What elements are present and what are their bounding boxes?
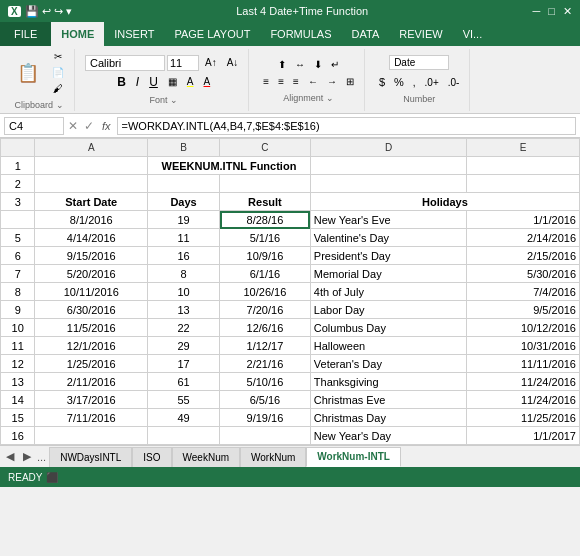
indent-inc-btn[interactable]: → xyxy=(323,74,341,89)
restore-btn[interactable]: □ xyxy=(548,5,555,18)
cell-c2[interactable] xyxy=(220,175,311,193)
cell-b3[interactable]: Days xyxy=(148,193,220,211)
bold-button[interactable]: B xyxy=(113,73,130,91)
cell-c5[interactable]: 5/1/16 xyxy=(220,229,311,247)
tab-data[interactable]: DATA xyxy=(342,22,390,46)
cell-b5[interactable]: 11 xyxy=(148,229,220,247)
cell-a5[interactable]: 4/14/2016 xyxy=(35,229,148,247)
col-header-a[interactable]: A xyxy=(35,139,148,157)
cell-c6[interactable]: 10/9/16 xyxy=(220,247,311,265)
align-middle-btn[interactable]: ↔ xyxy=(291,57,309,72)
dec-dec-btn[interactable]: .0- xyxy=(444,75,464,90)
cell-a16[interactable] xyxy=(35,427,148,445)
cell-c12[interactable]: 2/21/16 xyxy=(220,355,311,373)
cell-e12[interactable]: 11/11/2016 xyxy=(467,355,580,373)
cell-e5[interactable]: 2/14/2016 xyxy=(467,229,580,247)
format-painter-button[interactable]: 🖌 xyxy=(48,81,68,96)
cell-a13[interactable]: 2/11/2016 xyxy=(35,373,148,391)
cell-c11[interactable]: 1/12/17 xyxy=(220,337,311,355)
cell-d11[interactable]: Halloween xyxy=(310,337,466,355)
cell-d5[interactable]: Valentine's Day xyxy=(310,229,466,247)
cell-d9[interactable]: Labor Day xyxy=(310,301,466,319)
sheet-nav-right[interactable]: ▶ xyxy=(20,450,34,463)
tab-view[interactable]: VI... xyxy=(453,22,493,46)
cell-e1[interactable] xyxy=(467,157,580,175)
cell-e7[interactable]: 5/30/2016 xyxy=(467,265,580,283)
font-size-input[interactable] xyxy=(167,55,199,71)
cell-d4[interactable]: New Year's Eve xyxy=(310,211,466,229)
col-header-e[interactable]: E xyxy=(467,139,580,157)
indent-dec-btn[interactable]: ← xyxy=(304,74,322,89)
cell-a1[interactable] xyxy=(35,157,148,175)
cell-b14[interactable]: 55 xyxy=(148,391,220,409)
font-name-input[interactable] xyxy=(85,55,165,71)
cell-b12[interactable]: 17 xyxy=(148,355,220,373)
tab-review[interactable]: REVIEW xyxy=(389,22,452,46)
cell-d16[interactable]: New Year's Day xyxy=(310,427,466,445)
cell-c4[interactable]: 8/28/16 xyxy=(220,211,311,229)
font-color-button[interactable]: A xyxy=(200,74,215,89)
cell-e4[interactable]: 1/1/2016 xyxy=(467,211,580,229)
cell-b15[interactable]: 49 xyxy=(148,409,220,427)
sheet-tab-worknumintl[interactable]: WorkNum-INTL xyxy=(306,447,401,467)
cell-e11[interactable]: 10/31/2016 xyxy=(467,337,580,355)
cell-b11[interactable]: 29 xyxy=(148,337,220,355)
sheet-add-btn[interactable]: ... xyxy=(34,451,49,463)
comma-btn[interactable]: , xyxy=(409,75,420,90)
confirm-icon[interactable]: ✓ xyxy=(82,119,96,133)
cell-a10[interactable]: 11/5/2016 xyxy=(35,319,148,337)
wrap-text-btn[interactable]: ↵ xyxy=(327,57,343,72)
sheet-tab-iso[interactable]: ISO xyxy=(132,447,171,467)
cell-d2[interactable] xyxy=(310,175,466,193)
decrease-font-btn[interactable]: A↓ xyxy=(223,55,243,70)
cell-c13[interactable]: 5/10/16 xyxy=(220,373,311,391)
cell-a7[interactable]: 5/20/2016 xyxy=(35,265,148,283)
cell-a12[interactable]: 1/25/2016 xyxy=(35,355,148,373)
underline-button[interactable]: U xyxy=(145,73,162,91)
align-bottom-btn[interactable]: ⬇ xyxy=(310,57,326,72)
cell-e9[interactable]: 9/5/2016 xyxy=(467,301,580,319)
align-center-btn[interactable]: ≡ xyxy=(274,74,288,89)
cell-b16[interactable] xyxy=(148,427,220,445)
cell-a3[interactable]: Start Date xyxy=(35,193,148,211)
cell-e14[interactable]: 11/24/2016 xyxy=(467,391,580,409)
cut-button[interactable]: ✂ xyxy=(48,49,68,64)
formula-input[interactable] xyxy=(117,117,576,135)
cell-b6[interactable]: 16 xyxy=(148,247,220,265)
tab-file[interactable]: FILE xyxy=(0,22,51,46)
cell-e6[interactable]: 2/15/2016 xyxy=(467,247,580,265)
accounting-btn[interactable]: $ xyxy=(375,74,389,90)
cell-d12[interactable]: Veteran's Day xyxy=(310,355,466,373)
cell-a2[interactable] xyxy=(35,175,148,193)
cell-e15[interactable]: 11/25/2016 xyxy=(467,409,580,427)
dec-inc-btn[interactable]: .0+ xyxy=(421,75,443,90)
cell-a11[interactable]: 12/1/2016 xyxy=(35,337,148,355)
minimize-btn[interactable]: ─ xyxy=(533,5,541,18)
cell-d3[interactable]: Holidays xyxy=(310,193,579,211)
cell-d6[interactable]: President's Day xyxy=(310,247,466,265)
fill-color-button[interactable]: A xyxy=(183,74,198,89)
cell-b2[interactable] xyxy=(148,175,220,193)
cell-a14[interactable]: 3/17/2016 xyxy=(35,391,148,409)
tab-formulas[interactable]: FORMULAS xyxy=(260,22,341,46)
cell-reference-input[interactable] xyxy=(4,117,64,135)
border-button[interactable]: ▦ xyxy=(164,74,181,89)
cell-a15[interactable]: 7/11/2016 xyxy=(35,409,148,427)
cell-d7[interactable]: Memorial Day xyxy=(310,265,466,283)
cell-b13[interactable]: 61 xyxy=(148,373,220,391)
align-top-btn[interactable]: ⬆ xyxy=(274,57,290,72)
cell-c14[interactable]: 6/5/16 xyxy=(220,391,311,409)
cell-b9[interactable]: 13 xyxy=(148,301,220,319)
italic-button[interactable]: I xyxy=(132,73,143,91)
cell-b7[interactable]: 8 xyxy=(148,265,220,283)
cell-e8[interactable]: 7/4/2016 xyxy=(467,283,580,301)
cell-d15[interactable]: Christmas Day xyxy=(310,409,466,427)
col-header-c[interactable]: C xyxy=(220,139,311,157)
cell-e2[interactable] xyxy=(467,175,580,193)
col-header-b[interactable]: B xyxy=(148,139,220,157)
cell-c15[interactable]: 9/19/16 xyxy=(220,409,311,427)
cell-b8[interactable]: 10 xyxy=(148,283,220,301)
tab-home[interactable]: HOME xyxy=(51,22,104,46)
cell-a6[interactable]: 9/15/2016 xyxy=(35,247,148,265)
cell-c10[interactable]: 12/6/16 xyxy=(220,319,311,337)
